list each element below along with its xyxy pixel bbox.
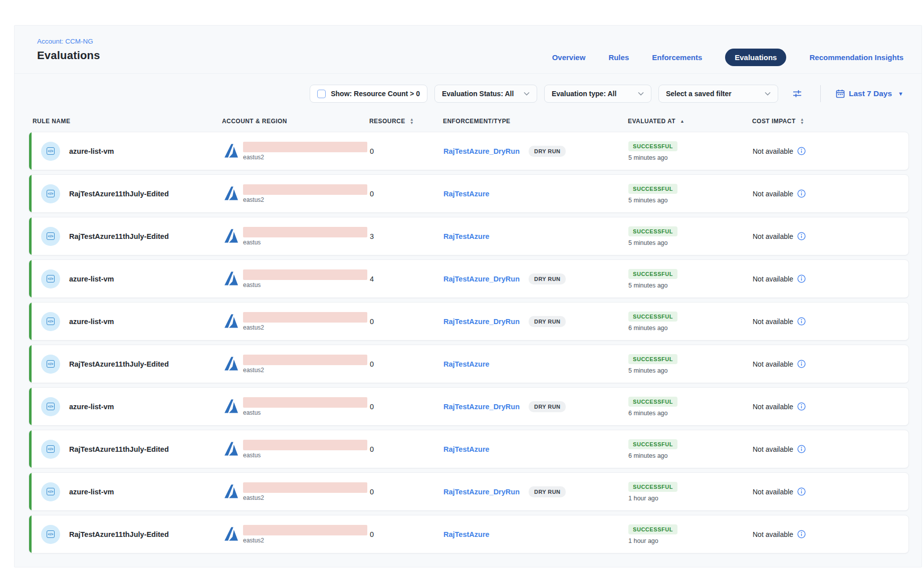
dry-run-badge: DRY RUN (529, 401, 566, 412)
col-cost-impact-sort[interactable]: COST IMPACT▲▼ (752, 118, 909, 125)
evaluation-row[interactable]: </> azure-list-vm eastus2 0 RajTestAzure… (29, 132, 909, 170)
info-icon[interactable] (797, 232, 806, 240)
title-block: Account: CCM-NG Evaluations (37, 38, 100, 62)
enforcement-cell: RajTestAzure (443, 445, 628, 453)
evaluation-row[interactable]: </> azure-list-vm eastus 0 RajTestAzure_… (29, 387, 909, 426)
rule-name: RajTestAzure11thJuly-Edited (69, 360, 169, 368)
nav-overview[interactable]: Overview (552, 53, 586, 62)
enforcement-link[interactable]: RajTestAzure_DryRun (443, 403, 520, 411)
evaluation-row[interactable]: </> azure-list-vm eastus 4 RajTestAzure_… (29, 259, 909, 298)
evaluation-row[interactable]: </> RajTestAzure11thJuly-Edited eastus 3… (29, 217, 909, 255)
evaluated-time: 5 minutes ago (628, 154, 668, 161)
azure-logo-icon (222, 483, 240, 499)
enforcement-link[interactable]: RajTestAzure (443, 530, 490, 538)
cost-impact-value: Not available (753, 360, 793, 368)
custom-rule-icon: </> (41, 227, 60, 246)
azure-logo-icon (222, 398, 240, 414)
cost-impact-value: Not available (753, 190, 793, 198)
evaluation-row[interactable]: </> RajTestAzure11thJuly-Edited eastus2 … (29, 515, 909, 553)
cost-impact-value: Not available (753, 147, 793, 155)
rule-cell: </> RajTestAzure11thJuly-Edited (29, 227, 222, 246)
enforcement-link[interactable]: RajTestAzure (443, 445, 490, 453)
cost-impact-cell: Not available (753, 360, 908, 368)
evaluation-row[interactable]: </> azure-list-vm eastus2 0 RajTestAzure… (29, 472, 909, 511)
evaluation-row[interactable]: </> RajTestAzure11thJuly-Edited eastus2 … (29, 174, 909, 213)
enforcement-cell: RajTestAzure (443, 232, 628, 240)
evaluated-at-cell: SUCCESSFUL 5 minutes ago (628, 184, 753, 204)
dry-run-badge: DRY RUN (529, 316, 566, 327)
top-nav: Overview Rules Enforcements Evaluations … (552, 49, 903, 66)
region-label: eastus (243, 239, 367, 246)
status-badge: SUCCESSFUL (628, 269, 677, 279)
evaluation-status-value: Evaluation Status: All (442, 90, 514, 98)
enforcement-link[interactable]: RajTestAzure (443, 232, 490, 240)
custom-rule-icon: </> (41, 269, 60, 288)
info-icon[interactable] (797, 274, 806, 283)
evaluated-time: 5 minutes ago (628, 197, 668, 204)
evaluation-type-select[interactable]: Evaluation type: All (544, 85, 651, 103)
rule-name: azure-list-vm (69, 403, 114, 411)
col-resource-sort[interactable]: RESOURCE▲▼ (369, 118, 443, 125)
rule-name: azure-list-vm (69, 275, 114, 283)
info-icon[interactable] (797, 147, 806, 155)
rule-cell: </> azure-list-vm (29, 142, 222, 161)
evaluation-row[interactable]: </> azure-list-vm eastus2 0 RajTestAzure… (29, 302, 909, 341)
resource-count-filter[interactable]: Show: Resource Count > 0 (310, 85, 427, 103)
enforcement-link[interactable]: RajTestAzure (443, 360, 490, 368)
cost-impact-value: Not available (753, 530, 793, 538)
evaluation-status-select[interactable]: Evaluation Status: All (434, 85, 537, 103)
enforcement-cell: RajTestAzure_DryRun DRY RUN (443, 316, 628, 327)
info-icon[interactable] (797, 360, 806, 368)
info-icon[interactable] (797, 402, 806, 411)
account-breadcrumb[interactable]: Account: CCM-NG (37, 38, 100, 45)
filter-bar: Show: Resource Count > 0 Evaluation Stat… (15, 85, 905, 103)
calendar-icon (836, 89, 845, 98)
chevron-down-icon (524, 92, 530, 96)
account-name-redacted (243, 525, 367, 535)
filter-settings-button[interactable] (792, 89, 802, 99)
region-label: eastus2 (243, 367, 367, 374)
enforcement-cell: RajTestAzure (443, 190, 628, 198)
saved-filter-select[interactable]: Select a saved filter (658, 85, 778, 103)
date-range-picker[interactable]: Last 7 Days ▼ (836, 89, 903, 98)
evaluated-time: 1 hour ago (628, 495, 658, 502)
evaluation-row[interactable]: </> RajTestAzure11thJuly-Edited eastus2 … (29, 345, 909, 383)
enforcement-link[interactable]: RajTestAzure_DryRun (443, 488, 520, 496)
evaluated-time: 5 minutes ago (628, 367, 668, 374)
resource-count: 4 (370, 275, 443, 283)
custom-rule-icon: </> (41, 142, 60, 161)
info-icon[interactable] (797, 487, 806, 496)
info-icon[interactable] (797, 530, 806, 538)
info-icon[interactable] (797, 317, 806, 326)
rule-cell: </> RajTestAzure11thJuly-Edited (29, 184, 222, 203)
region-label: eastus (243, 281, 367, 288)
enforcement-link[interactable]: RajTestAzure_DryRun (443, 318, 520, 326)
resource-count: 0 (370, 147, 443, 155)
nav-rules[interactable]: Rules (608, 53, 629, 62)
status-badge: SUCCESSFUL (628, 354, 677, 364)
evaluated-at-cell: SUCCESSFUL 1 hour ago (628, 482, 753, 502)
cost-impact-value: Not available (753, 318, 793, 326)
col-enforcement-type: ENFORCEMENT/TYPE (443, 118, 628, 125)
page-title: Evaluations (37, 49, 100, 62)
nav-recommendation-insights[interactable]: Recommendation Insights (809, 53, 903, 62)
evaluation-row[interactable]: </> RajTestAzure11thJuly-Edited eastus 0… (29, 430, 909, 468)
evaluated-at-cell: SUCCESSFUL 1 hour ago (628, 524, 753, 544)
nav-evaluations-active[interactable]: Evaluations (725, 49, 786, 66)
enforcement-link[interactable]: RajTestAzure_DryRun (443, 275, 520, 283)
chevron-down-icon (765, 92, 771, 96)
custom-rule-icon: </> (41, 355, 60, 374)
enforcement-link[interactable]: RajTestAzure (443, 190, 490, 198)
cost-impact-value: Not available (753, 488, 793, 496)
cost-impact-value: Not available (753, 445, 793, 453)
date-range-value: Last 7 Days (849, 89, 892, 98)
col-evaluated-at-sort[interactable]: EVALUATED AT▲ (628, 118, 752, 125)
info-icon[interactable] (797, 445, 806, 453)
nav-enforcements[interactable]: Enforcements (652, 53, 702, 62)
info-icon[interactable] (797, 189, 806, 198)
dry-run-badge: DRY RUN (529, 146, 566, 157)
resource-count-checkbox[interactable] (317, 90, 326, 98)
enforcement-link[interactable]: RajTestAzure_DryRun (443, 147, 520, 155)
custom-rule-icon: </> (41, 525, 60, 544)
region-label: eastus2 (243, 537, 367, 544)
